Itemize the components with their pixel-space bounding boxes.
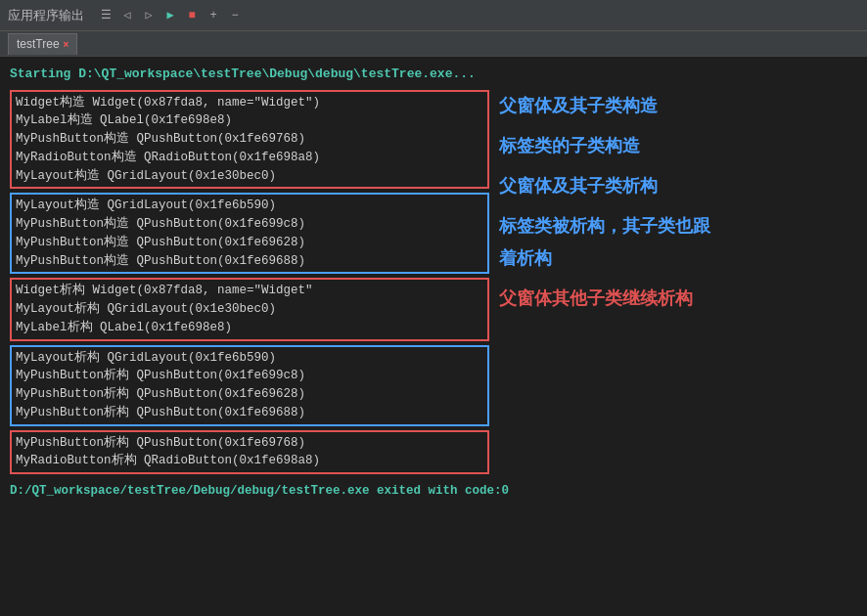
left-panel: Widget构造 Widget(0x87fda8, name="Widget")… xyxy=(10,90,489,479)
log-line: MyPushButton构造 QPushButton(0x1fe699c8) xyxy=(16,215,483,234)
annotation-block-5: 父窗体其他子类继续析构 xyxy=(499,286,857,311)
log-line: Widget析构 Widget(0x87fda8, name="Widget" xyxy=(16,282,483,300)
annotation-block-3: 父窗体及其子类析构 xyxy=(499,174,857,198)
right-panel: 父窗体及其子类构造 标签类的子类构造 父窗体及其子类析构 标签类被析构，其子类也… xyxy=(499,90,857,479)
log-line: MyPushButton析构 QPushButton(0x1fe69688) xyxy=(16,404,483,422)
log-line: MyPushButton析构 QPushButton(0x1fe69628) xyxy=(16,385,483,404)
log-line: MyPushButton析构 QPushButton(0x1fe69768) xyxy=(16,434,483,453)
tab-testTree[interactable]: testTree × xyxy=(8,33,77,55)
annotation-3: 父窗体及其子类析构 xyxy=(499,174,857,198)
tab-close-icon[interactable]: × xyxy=(64,39,69,50)
list-icon[interactable]: ☰ xyxy=(98,8,114,23)
toolbar: 应用程序输出 ☰ ◁ ▷ ▶ ■ + − xyxy=(0,0,867,31)
log-line: MyLabel构造 QLabel(0x1fe698e8) xyxy=(16,111,483,130)
minus-icon[interactable]: − xyxy=(227,8,243,23)
log-line: MyPushButton构造 QPushButton(0x1fe69688) xyxy=(16,252,483,271)
blue-box-2: MyLayout析构 QGridLayout(0x1fe6b590) MyPus… xyxy=(10,345,489,426)
tab-label: testTree xyxy=(17,37,60,51)
bottom-status: D:/QT_workspace/testTree/Debug/debug/tes… xyxy=(10,482,857,501)
annotation-4-line2: 着析构 xyxy=(499,246,857,271)
annotation-2: 标签类的子类构造 xyxy=(499,134,857,158)
annotation-block-4: 标签类被析构，其子类也跟 着析构 xyxy=(499,214,857,271)
add-icon[interactable]: + xyxy=(205,8,221,23)
annotation-block-1: 父窗体及其子类构造 xyxy=(499,94,857,118)
right-arrow-icon[interactable]: ▷ xyxy=(141,8,157,23)
annotation-block-2: 标签类的子类构造 xyxy=(499,134,857,158)
annotation-1: 父窗体及其子类构造 xyxy=(499,94,857,118)
left-arrow-icon[interactable]: ◁ xyxy=(119,8,135,23)
log-line: MyRadioButton析构 QRadioButton(0x1fe698a8) xyxy=(16,452,483,470)
main-layout: Widget构造 Widget(0x87fda8, name="Widget")… xyxy=(10,90,857,479)
annotation-4-line1: 标签类被析构，其子类也跟 xyxy=(499,214,857,239)
log-line: MyLayout析构 QGridLayout(0x1fe6b590) xyxy=(16,349,483,368)
red-box-2: Widget析构 Widget(0x87fda8, name="Widget" … xyxy=(10,278,489,340)
annotation-5: 父窗体其他子类继续析构 xyxy=(499,286,857,311)
log-line: MyLayout析构 QGridLayout(0x1e30bec0) xyxy=(16,300,483,319)
toolbar-title: 应用程序输出 xyxy=(8,7,84,24)
log-line: MyLabel析构 QLabel(0x1fe698e8) xyxy=(16,319,483,337)
stop-icon[interactable]: ■ xyxy=(184,8,200,23)
log-line: MyLayout构造 QGridLayout(0x1e30bec0) xyxy=(16,167,483,186)
log-line: MyPushButton构造 QPushButton(0x1fe69628) xyxy=(16,234,483,252)
start-line: Starting D:\QT_workspace\testTree\Debug\… xyxy=(10,65,857,84)
log-line: MyLayout构造 QGridLayout(0x1fe6b590) xyxy=(16,197,483,215)
log-line: MyPushButton构造 QPushButton(0x1fe69768) xyxy=(16,130,483,149)
content-area: Starting D:\QT_workspace\testTree\Debug\… xyxy=(0,57,867,616)
blue-box-1: MyLayout构造 QGridLayout(0x1fe6b590) MyPus… xyxy=(10,193,489,274)
tab-bar: testTree × xyxy=(0,31,867,57)
log-line: Widget构造 Widget(0x87fda8, name="Widget") xyxy=(16,94,483,112)
red-box-3: MyPushButton析构 QPushButton(0x1fe69768) M… xyxy=(10,430,489,475)
play-icon[interactable]: ▶ xyxy=(162,8,178,23)
log-line: MyRadioButton构造 QRadioButton(0x1fe698a8) xyxy=(16,149,483,167)
red-box-1: Widget构造 Widget(0x87fda8, name="Widget")… xyxy=(10,90,489,190)
log-line: MyPushButton析构 QPushButton(0x1fe699c8) xyxy=(16,367,483,385)
